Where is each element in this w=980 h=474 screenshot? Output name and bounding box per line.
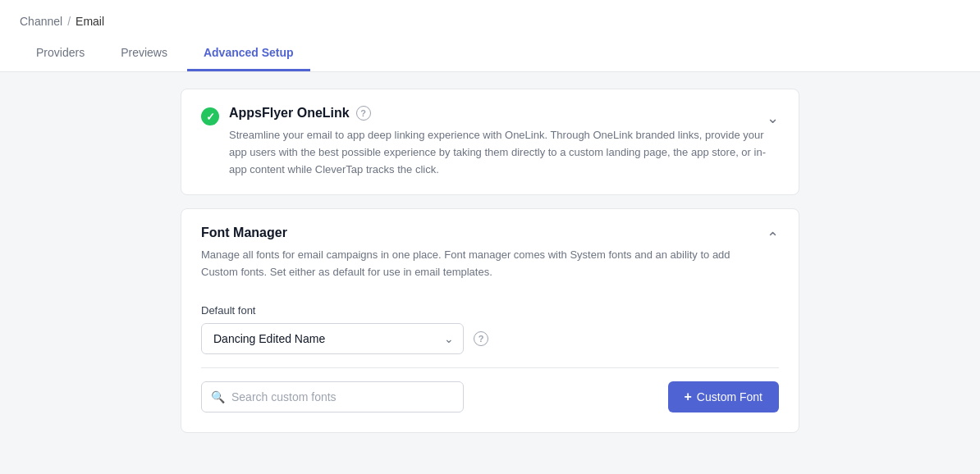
search-custom-fonts-input[interactable] bbox=[201, 381, 464, 412]
add-custom-font-button[interactable]: + Custom Font bbox=[668, 381, 779, 412]
search-wrapper: 🔍 bbox=[201, 381, 464, 412]
breadcrumb-email: Email bbox=[76, 15, 104, 28]
appsflyer-help-icon[interactable]: ? bbox=[356, 106, 371, 121]
plus-icon: + bbox=[685, 390, 692, 404]
font-manager-section-card: Font Manager Manage all fonts for email … bbox=[181, 208, 799, 433]
default-font-label: Default font bbox=[201, 304, 779, 317]
appsflyer-section-header[interactable]: AppsFlyer OneLink ? Streamline your emai… bbox=[181, 89, 799, 194]
appsflyer-chevron-icon[interactable]: ⌄ bbox=[767, 109, 779, 127]
top-bar: Channel / Email Providers Previews Advan… bbox=[0, 0, 980, 72]
font-manager-description: Manage all fonts for email campaigns in … bbox=[201, 247, 767, 281]
font-help-icon[interactable]: ? bbox=[474, 331, 488, 346]
main-content: AppsFlyer OneLink ? Streamline your emai… bbox=[0, 72, 980, 466]
font-manager-title: Font Manager bbox=[201, 226, 767, 240]
tabs-bar: Providers Previews Advanced Setup bbox=[20, 36, 960, 71]
font-select-wrapper: Dancing Edited Name ⌄ bbox=[201, 323, 464, 354]
search-icon: 🔍 bbox=[211, 390, 225, 403]
divider bbox=[201, 367, 779, 368]
breadcrumb: Channel / Email bbox=[20, 0, 960, 28]
appsflyer-section-card: AppsFlyer OneLink ? Streamline your emai… bbox=[181, 89, 799, 195]
font-select[interactable]: Dancing Edited Name bbox=[201, 323, 464, 354]
font-manager-header[interactable]: Font Manager Manage all fonts for email … bbox=[181, 209, 799, 298]
add-font-label: Custom Font bbox=[697, 390, 762, 403]
breadcrumb-separator: / bbox=[67, 15, 71, 28]
font-manager-body: Default font Dancing Edited Name ⌄ ? 🔍 + bbox=[181, 298, 799, 432]
appsflyer-title: AppsFlyer OneLink bbox=[229, 106, 350, 121]
appsflyer-check-icon bbox=[201, 107, 219, 125]
appsflyer-description: Streamline your email to app deep linkin… bbox=[229, 127, 767, 178]
breadcrumb-channel[interactable]: Channel bbox=[20, 15, 62, 28]
tab-previews[interactable]: Previews bbox=[104, 36, 184, 71]
font-manager-chevron-icon[interactable]: ⌃ bbox=[767, 229, 779, 247]
tab-advanced-setup[interactable]: Advanced Setup bbox=[187, 36, 310, 71]
tab-providers[interactable]: Providers bbox=[20, 36, 101, 71]
